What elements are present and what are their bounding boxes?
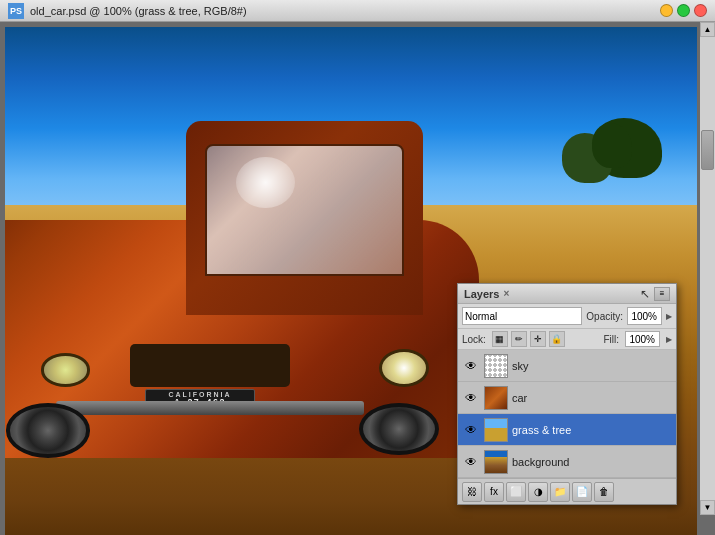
layer-thumbnail-background xyxy=(484,450,508,474)
link-layers-btn[interactable]: ⛓ xyxy=(462,482,482,502)
layers-panel-toolbar: ⛓ fx ⬜ ◑ 📁 📄 🗑 xyxy=(458,478,676,504)
headlight-left xyxy=(41,353,91,386)
new-layer-btn[interactable]: 📄 xyxy=(572,482,592,502)
canvas-inner: CALIFORNIA A 27 462 xyxy=(5,27,697,535)
layer-item-sky[interactable]: 👁 sky xyxy=(458,350,676,382)
window-controls xyxy=(660,4,707,17)
lock-transparent-btn[interactable]: ▦ xyxy=(492,331,508,347)
wheel-front xyxy=(359,403,439,455)
lock-all-btn[interactable]: 🔒 xyxy=(549,331,565,347)
opacity-arrow[interactable]: ▶ xyxy=(666,312,672,321)
close-button[interactable] xyxy=(694,4,707,17)
scroll-up-btn[interactable]: ▲ xyxy=(700,22,715,37)
tree-3 xyxy=(592,123,632,168)
fill-label: Fill: xyxy=(603,334,619,345)
layer-name-background: background xyxy=(512,456,672,468)
minimize-button[interactable] xyxy=(660,4,673,17)
layers-panel-titlebar[interactable]: Layers × ↖ ≡ xyxy=(458,284,676,304)
layer-thumbnail-sky xyxy=(484,354,508,378)
layer-item-grass-tree[interactable]: 👁 grass & tree xyxy=(458,414,676,446)
delete-layer-btn[interactable]: 🗑 xyxy=(594,482,614,502)
window-title: old_car.psd @ 100% (grass & tree, RGB/8#… xyxy=(30,5,247,17)
headlight-right xyxy=(379,349,429,387)
layers-panel: Layers × ↖ ≡ Normal Opacity: 100% ▶ xyxy=(457,283,677,505)
lock-image-btn[interactable]: ✏ xyxy=(511,331,527,347)
maximize-button[interactable] xyxy=(677,4,690,17)
panel-close-btn[interactable]: × xyxy=(503,288,509,299)
adjustment-layer-btn[interactable]: ◑ xyxy=(528,482,548,502)
scroll-thumb-vertical[interactable] xyxy=(701,130,714,170)
wheel-rear xyxy=(6,403,91,458)
layer-thumbnail-car xyxy=(484,386,508,410)
layer-thumbnail-grass-tree xyxy=(484,418,508,442)
app-icon: PS xyxy=(8,3,24,19)
layer-name-sky: sky xyxy=(512,360,672,372)
panel-menu-button[interactable]: ≡ xyxy=(654,287,670,301)
lock-position-btn[interactable]: ✛ xyxy=(530,331,546,347)
fill-value: 100% xyxy=(625,331,660,347)
layer-item-car[interactable]: 👁 car xyxy=(458,382,676,414)
layer-item-background[interactable]: 👁 background xyxy=(458,446,676,478)
truck-bumper xyxy=(56,401,365,415)
layer-visibility-sky[interactable]: 👁 xyxy=(462,357,480,375)
title-bar-left: PS old_car.psd @ 100% (grass & tree, RGB… xyxy=(8,3,247,19)
layers-list: 👁 sky 👁 car 👁 grass & tree xyxy=(458,350,676,478)
windshield-glare xyxy=(236,157,294,208)
layer-name-car: car xyxy=(512,392,672,404)
opacity-value: 100% xyxy=(627,307,662,325)
truck-grille xyxy=(130,344,289,387)
layer-style-btn[interactable]: fx xyxy=(484,482,504,502)
opacity-label: Opacity: xyxy=(586,311,623,322)
truck-cab xyxy=(186,121,423,315)
layer-visibility-background[interactable]: 👁 xyxy=(462,453,480,471)
lock-icons: ▦ ✏ ✛ 🔒 xyxy=(492,331,565,347)
layers-panel-title: Layers × xyxy=(464,288,509,300)
main-area: CALIFORNIA A 27 462 xyxy=(0,22,715,535)
lock-label: Lock: xyxy=(462,334,486,345)
cursor-indicator: ↖ xyxy=(640,287,650,301)
blend-mode-select[interactable]: Normal xyxy=(462,307,582,325)
layer-visibility-car[interactable]: 👁 xyxy=(462,389,480,407)
layer-name-grass-tree: grass & tree xyxy=(512,424,672,436)
scroll-track-vertical[interactable] xyxy=(700,37,715,500)
vertical-scrollbar[interactable]: ▲ ▼ xyxy=(700,22,715,515)
canvas-area: CALIFORNIA A 27 462 xyxy=(0,22,715,535)
layer-visibility-grass-tree[interactable]: 👁 xyxy=(462,421,480,439)
windshield xyxy=(205,144,404,276)
layer-mask-btn[interactable]: ⬜ xyxy=(506,482,526,502)
lock-fill-row: Lock: ▦ ✏ ✛ 🔒 Fill: 100% ▶ xyxy=(458,329,676,350)
scroll-down-btn[interactable]: ▼ xyxy=(700,500,715,515)
title-bar: PS old_car.psd @ 100% (grass & tree, RGB… xyxy=(0,0,715,22)
blend-opacity-row: Normal Opacity: 100% ▶ xyxy=(458,304,676,329)
fill-arrow[interactable]: ▶ xyxy=(666,335,672,344)
new-group-btn[interactable]: 📁 xyxy=(550,482,570,502)
